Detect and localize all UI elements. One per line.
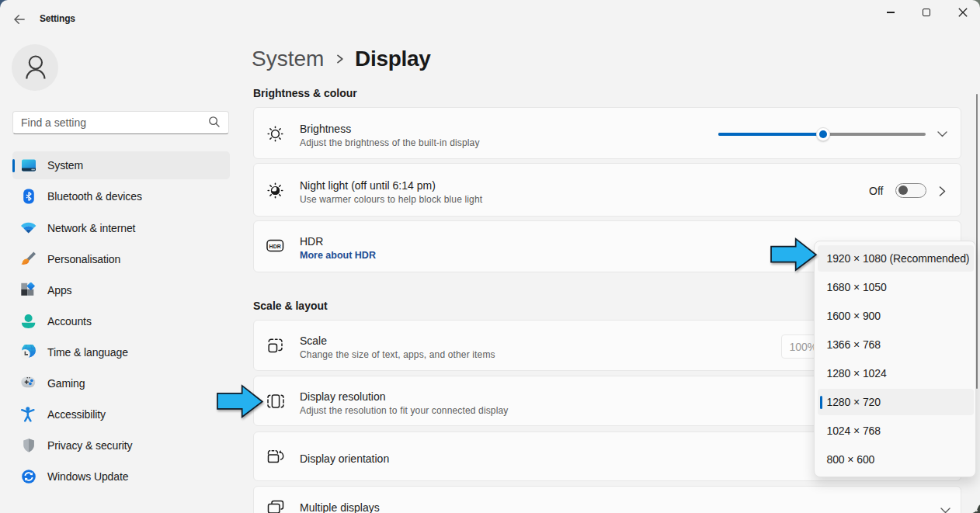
- svg-text:HDR: HDR: [269, 244, 281, 249]
